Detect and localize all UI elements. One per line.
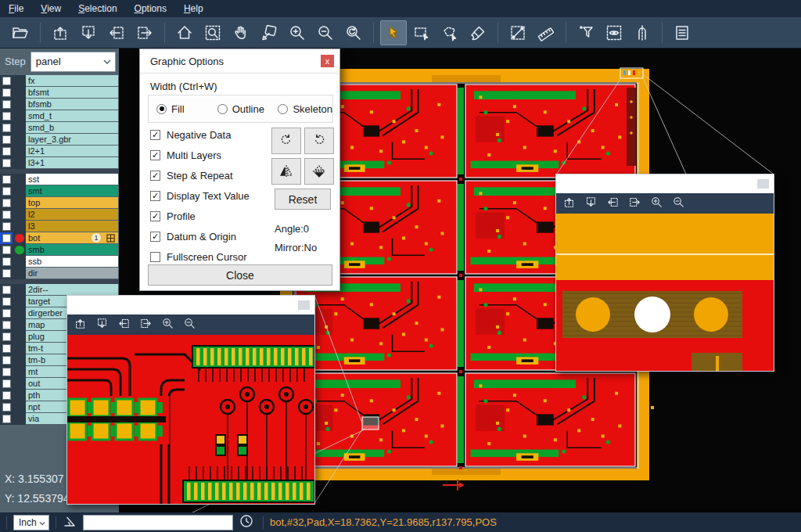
pan-left-button[interactable] [117,317,131,333]
layer-checkbox[interactable] [0,343,13,354]
layer-name[interactable]: ssb [26,256,118,267]
layer-name[interactable]: l2+1 [26,146,118,156]
layer-checkbox[interactable] [0,401,13,413]
layer-name[interactable]: layer_3.gbr [26,134,118,145]
radio-fill[interactable]: Fill [156,103,210,115]
layer-row-dir[interactable]: dir [0,268,119,279]
zoom-window-button[interactable] [199,20,226,45]
layer-name[interactable]: smb [26,244,118,255]
layer-checkbox[interactable] [0,87,13,99]
layer-checkbox[interactable] [0,174,13,185]
pan-right-button[interactable] [131,20,158,45]
layer-name[interactable]: smd_t [26,110,118,121]
view-area-button[interactable] [601,20,627,45]
layer-checkbox[interactable] [0,209,13,221]
pan-hand-button[interactable] [228,20,254,45]
layer-name[interactable]: smt [26,185,118,196]
measure-tool-button[interactable] [505,20,531,45]
pan-left-button[interactable] [606,196,620,212]
layer-checkbox[interactable] [0,331,13,343]
rotate-cw-button[interactable] [271,128,301,154]
layer-checkbox[interactable] [0,319,13,331]
layer-checkbox[interactable] [0,268,13,279]
mirror-vertical-button[interactable] [271,158,301,185]
close-icon[interactable]: x [321,55,334,67]
zoom-out-button[interactable] [183,317,196,333]
layer-checkbox[interactable] [0,185,13,197]
checkbox-datum-origin[interactable]: ✓Datum & Origin [150,229,236,243]
zoom-in-button[interactable] [650,196,663,212]
layer-checkbox[interactable] [0,307,13,319]
layer-checkbox[interactable] [0,284,13,296]
layer-row-smb[interactable]: smb [0,244,119,256]
command-input[interactable] [83,515,233,530]
zoom-in-button[interactable] [161,317,174,333]
zoom-home-button[interactable] [171,20,198,45]
checkbox-multi-layers[interactable]: ✓Multi Layers [150,148,221,162]
zoom-out-button[interactable] [312,20,339,45]
layer-name[interactable]: fx [26,75,118,86]
menu-item-file[interactable]: File [0,0,32,17]
filter-tool-button[interactable] [573,20,599,45]
layer-checkbox[interactable] [0,134,13,146]
layers-panel-button[interactable] [669,20,695,45]
zoom-in-button[interactable] [284,20,311,45]
grid-icon[interactable] [106,234,115,244]
menu-item-options[interactable]: Options [126,0,175,17]
pan-right-button[interactable] [628,196,641,212]
magnifier-title-bar[interactable] [556,174,774,193]
checkbox-display-text-value[interactable]: ✓Display Text Value [150,189,250,203]
open-file-button[interactable] [7,20,34,45]
pan-down-button[interactable] [584,196,598,212]
layer-row-bfsmt[interactable]: bfsmt [0,87,119,99]
unit-select[interactable]: Inch [13,515,49,530]
layer-checkbox[interactable] [0,122,13,134]
layer-row-bot[interactable]: bot1 [0,232,119,244]
zoom-previous-button[interactable] [340,20,367,45]
rotate-ccw-button[interactable] [304,128,334,154]
pan-down-button[interactable] [75,20,102,45]
clean-tool-button[interactable] [465,20,491,45]
layer-row-l3[interactable]: l3 [0,221,119,232]
layer-name[interactable]: smd_b [26,122,118,133]
mirror-horizontal-button[interactable] [304,158,334,185]
checkbox-profile[interactable]: ✓Profile [150,209,196,223]
layer-row-ssb[interactable]: ssb [0,256,119,268]
layer-checkbox[interactable] [0,232,13,244]
layer-name[interactable]: dir [26,268,118,279]
pan-left-button[interactable] [103,20,130,45]
dialog-close-button[interactable]: Close [148,264,332,286]
layer-checkbox[interactable] [0,296,13,307]
layer-checkbox[interactable] [0,221,13,232]
magnifier-pads-view[interactable] [556,214,774,371]
layer-row-layer-3-gbr[interactable]: layer_3.gbr [0,134,119,146]
magnifier-detail-view[interactable] [67,335,314,504]
layer-row-2dir[interactable]: 2dir-- [0,284,119,296]
window-button[interactable] [757,179,769,189]
reset-button[interactable]: Reset [275,189,331,210]
pan-up-button[interactable] [74,317,87,333]
layer-name[interactable]: l3+1 [26,157,118,168]
layer-row-l3-1[interactable]: l3+1 [0,157,119,169]
layer-name[interactable]: 2dir-- [26,284,118,295]
layer-row-fx[interactable]: fx [0,75,119,87]
layer-row-l2-1[interactable]: l2+1 [0,146,119,157]
layer-checkbox[interactable] [0,413,13,425]
layer-checkbox[interactable] [0,146,13,157]
layer-row-bfsmb[interactable]: bfsmb [0,99,119,110]
ruler-tool-button[interactable] [533,20,559,45]
menu-item-selection[interactable]: Selection [70,0,125,17]
layer-checkbox[interactable] [0,157,13,169]
dialog-title-bar[interactable]: Graphic Options x [140,49,339,74]
layer-row-smd-b[interactable]: smd_b [0,122,119,134]
checkbox-fullscreen-cursor[interactable]: Fullscreen Cursor [150,250,247,264]
layer-name[interactable]: top [26,197,118,208]
layer-checkbox[interactable] [0,366,13,378]
layer-name[interactable]: bfsmt [26,87,118,98]
layer-row-smt[interactable]: smt [0,185,119,197]
snap-tool-button[interactable] [629,20,656,45]
layer-row-l2[interactable]: l2 [0,209,119,221]
pan-right-button[interactable] [139,317,153,333]
layer-row-top[interactable]: top [0,197,119,209]
drag-view-button[interactable] [256,20,282,45]
